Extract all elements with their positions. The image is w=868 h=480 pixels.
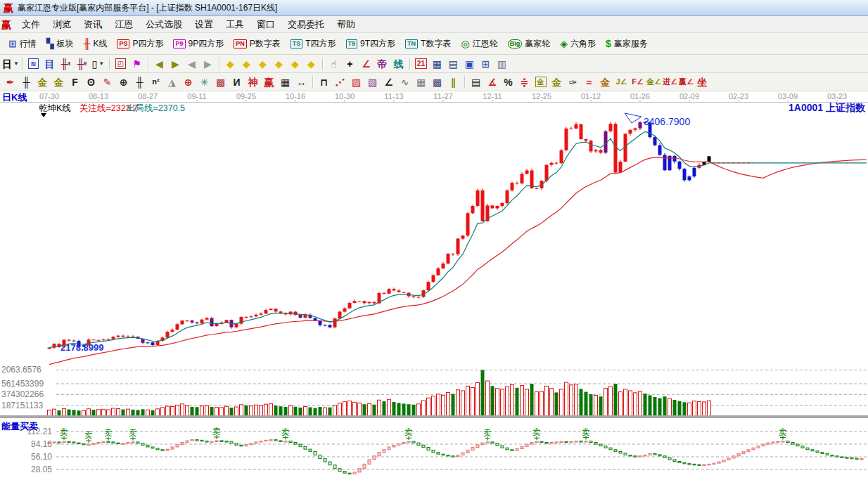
tool-comb-grid-1-button[interactable]: ╫ — [18, 74, 34, 89]
tool-percent-button[interactable]: % — [500, 74, 516, 89]
tool-parallel-lines-button[interactable]: ∥ — [445, 74, 461, 89]
tool-angle-a-button[interactable]: ◮ — [164, 74, 180, 89]
tool-fibonacci-f-button[interactable]: F — [67, 74, 83, 89]
tool-nav-next-button[interactable]: ▶ — [200, 56, 216, 71]
date-tick-label: 08-27 — [138, 92, 158, 100]
tool-box-tool-button[interactable]: ⊓ — [316, 74, 332, 89]
tool-candle-type-button[interactable]: ▯▼ — [90, 56, 106, 71]
toolbar-t-number-table-button[interactable]: TNT数字表 — [400, 36, 456, 52]
tool-nav-prev-button[interactable]: ◀ — [184, 56, 200, 71]
tool-diamond-all-button[interactable]: ◆ — [303, 56, 319, 71]
tool-percent-angle-button[interactable]: ∡ — [484, 74, 500, 89]
tool-diamond-cross-button[interactable]: ◆ — [287, 56, 303, 71]
tool-diamond-right-button[interactable]: ◆ — [238, 56, 255, 71]
menu-item-5[interactable]: 设置 — [189, 16, 219, 33]
tool-fan-box-1-button[interactable]: ▨ — [348, 74, 364, 89]
tool-diamond-left-button[interactable]: ◆ — [222, 56, 238, 71]
tool-nav-first-button[interactable]: ◀ — [151, 56, 167, 71]
tool-angle-measure-button[interactable]: ∠ — [358, 56, 374, 71]
tool-gold-lines-button[interactable]: 金 — [549, 74, 565, 89]
tool-spiral-button[interactable]: ʘ — [83, 74, 99, 89]
gold-lines-icon: 金 — [552, 77, 562, 87]
toolbar-9t-square-button[interactable]: T99T四方形 — [341, 36, 401, 52]
tool-flag-mark-button[interactable]: ⚑ — [129, 56, 145, 71]
menu-item-4[interactable]: 公式选股 — [139, 16, 189, 33]
menu-item-6[interactable]: 工具 — [219, 16, 250, 33]
menu-item-1[interactable]: 浏览 — [46, 16, 77, 33]
toolbar-p-number-table-button[interactable]: PNP数字表 — [229, 36, 286, 52]
tool-price-list-button[interactable]: ▤ — [468, 74, 484, 89]
tool-period-selector-button[interactable]: 日▼ — [2, 56, 19, 71]
toolbar-t-square-button[interactable]: TST四方形 — [286, 36, 341, 52]
sell-marker-label: 卖 — [483, 428, 492, 438]
tool-n-square-button[interactable]: n² — [148, 74, 164, 89]
tool-merge-3-bars-button[interactable]: ╫3 — [58, 56, 74, 71]
tool-fan-red-button[interactable]: ⋰ — [332, 74, 348, 89]
tool-memo-pad-button[interactable]: ▤ — [445, 56, 461, 71]
tool-j-angle-button[interactable]: J∠ — [613, 74, 630, 89]
tool-percent-lines-button[interactable]: ≑ — [516, 74, 532, 89]
kline-chart-svg[interactable]: 07-3008-1308-2709-1109-2510-1610-3011-13… — [0, 91, 868, 480]
tool-calendar-button[interactable]: 21 — [413, 56, 429, 71]
menu-item-7[interactable]: 窗口 — [250, 16, 281, 33]
tool-compass-button[interactable]: ⊕ — [115, 74, 132, 89]
tool-fan-box-2-button[interactable]: ▧ — [364, 74, 381, 89]
toolbar-9p-square-button[interactable]: P99P四方形 — [168, 36, 229, 52]
tool-target-red-button[interactable]: ⊕ — [180, 74, 196, 89]
tool-comb-grid-2-button[interactable]: ╫ — [132, 74, 148, 89]
menu-item-0[interactable]: 文件 — [15, 16, 46, 33]
tool-gold-circle-button[interactable]: 金 — [532, 74, 549, 89]
tool-save-button[interactable]: ▣ — [461, 56, 478, 71]
toolbar-gann-wheel-button[interactable]: ◎江恩轮 — [456, 36, 502, 52]
tool-diamond-expand-button[interactable]: ◆ — [255, 56, 271, 71]
tool-jin-angle-button[interactable]: 进∠ — [662, 74, 678, 89]
tool-chart-style-button[interactable]: ≋ — [25, 56, 42, 71]
toolbar-kline-button[interactable]: ╫K线 — [79, 36, 113, 52]
tool-wave-red-button[interactable]: ≈ — [581, 74, 597, 89]
tool-gann-n-button[interactable]: И — [229, 74, 245, 89]
chart-area[interactable]: 07-3008-1308-2709-1109-2510-1610-3011-13… — [0, 91, 868, 480]
tool-hand-pan-button[interactable]: ☝ — [326, 56, 342, 71]
menu-item-2[interactable]: 资讯 — [77, 16, 108, 33]
tool-grid-blue-button[interactable]: ▩ — [429, 74, 445, 89]
toolbar-sectors-button[interactable]: ▚板块 — [42, 36, 79, 52]
toolbar-quotes-button[interactable]: ⊞行情 — [4, 36, 42, 52]
toolbar-p-square-button[interactable]: PSP四方形 — [112, 36, 168, 52]
tool-lines-tool-button[interactable]: 线 — [390, 56, 407, 71]
tool-info-note-button[interactable]: 目 — [42, 56, 58, 71]
tool-crosshair-button[interactable]: + — [342, 56, 358, 71]
tool-gann-pen-button[interactable]: ✒ — [2, 74, 18, 89]
tool-ink-pen-button[interactable]: ✑ — [565, 74, 581, 89]
tool-gann-pen-2-button[interactable]: ✎ — [99, 74, 115, 89]
tool-calculator-button[interactable]: ▦ — [429, 56, 445, 71]
tool-pattern-box-button[interactable]: ◰ — [113, 56, 129, 71]
tool-grid-gray-button[interactable]: ▦ — [413, 74, 429, 89]
tool-wave-tool-button[interactable]: ∿ — [397, 74, 413, 89]
tool-nav-last-button[interactable]: ▶ — [167, 56, 184, 71]
tool-grid-123-button[interactable]: ▦ — [277, 74, 293, 89]
tool-diamond-collapse-button[interactable]: ◆ — [271, 56, 287, 71]
menu-item-9[interactable]: 帮助 — [331, 16, 362, 33]
tool-workstation-button[interactable]: ▥ — [494, 56, 510, 71]
tool-merge-9-bars-button[interactable]: ╫9 — [74, 56, 90, 71]
tool-gold-ratio-2-button[interactable]: 金 — [51, 74, 67, 89]
tool-shen-tool-button[interactable]: 神 — [245, 74, 261, 89]
tool-network-button[interactable]: ⊞ — [478, 56, 494, 71]
tool-zuo-tool-button[interactable]: 坐 — [694, 74, 710, 89]
tool-f-angle-button[interactable]: F∠ — [630, 74, 646, 89]
tool-gold-angle-button[interactable]: 金∠ — [646, 74, 662, 89]
toolbar-winner-wheel-button[interactable]: Big赢家轮 — [503, 36, 556, 52]
toolbar-hexagon-button[interactable]: ◈六角形 — [555, 36, 601, 52]
tool-gann-emperor-button[interactable]: 帝 — [374, 56, 390, 71]
tool-angle-lines-button[interactable]: ∠ — [381, 74, 397, 89]
tool-ying-angle-button[interactable]: 赢∠ — [678, 74, 694, 89]
tool-web-box-button[interactable]: ▩ — [212, 74, 229, 89]
toolbar-winner-service-button[interactable]: $赢家服务 — [601, 36, 653, 52]
tool-gold-ratio-1-button[interactable]: 金 — [34, 74, 51, 89]
tool-h-measure-button[interactable]: ↔ — [293, 74, 309, 89]
menu-item-8[interactable]: 交易委托 — [281, 16, 331, 33]
tool-gold-red-button[interactable]: 金 — [597, 74, 613, 89]
menu-item-3[interactable]: 江恩 — [108, 16, 139, 33]
tool-ying-tool-button[interactable]: 赢 — [261, 74, 277, 89]
tool-web-teal-button[interactable]: ✳ — [196, 74, 212, 89]
